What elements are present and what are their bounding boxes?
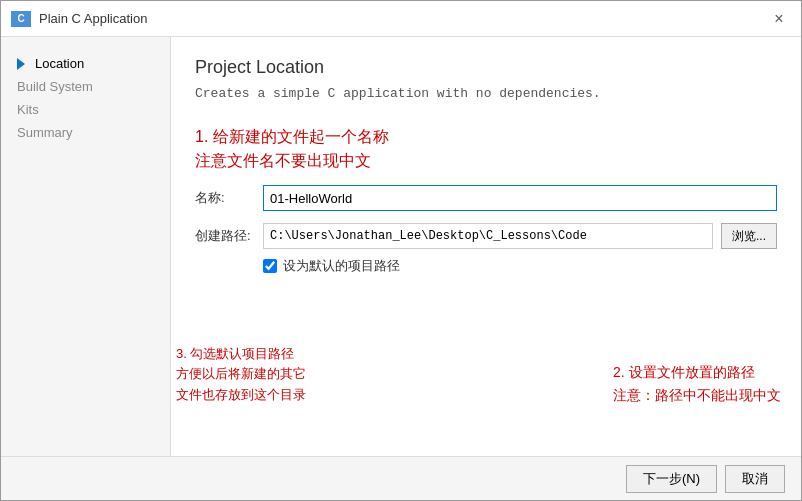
- content-area: Location Build System Kits Summary Proje…: [1, 37, 801, 456]
- annotation-top-line1: 1. 给新建的文件起一个名称: [195, 125, 777, 149]
- checkbox-row: 设为默认的项目路径: [263, 257, 777, 275]
- path-label: 创建路径:: [195, 227, 255, 245]
- annotation-left: 3. 勾选默认项目路径 方便以后将新建的其它 文件也存放到这个目录: [176, 344, 306, 406]
- sidebar-item-build-system-label: Build System: [17, 79, 93, 94]
- annotation-left-line3: 文件也存放到这个目录: [176, 385, 306, 406]
- section-desc: Creates a simple C application with no d…: [195, 86, 777, 101]
- dialog-title: Plain C Application: [39, 11, 147, 26]
- next-button[interactable]: 下一步(N): [626, 465, 717, 493]
- name-label: 名称:: [195, 189, 255, 207]
- annotation-top-line2: 注意文件名不要出现中文: [195, 149, 777, 173]
- name-row: 名称:: [195, 185, 777, 211]
- app-icon: C: [11, 11, 31, 27]
- footer: 下一步(N) 取消: [1, 456, 801, 500]
- sidebar: Location Build System Kits Summary: [1, 37, 171, 456]
- path-row: 创建路径: 浏览...: [195, 223, 777, 249]
- annotation-top: 1. 给新建的文件起一个名称 注意文件名不要出现中文: [195, 125, 777, 173]
- sidebar-item-summary-label: Summary: [17, 125, 73, 140]
- arrow-icon: [17, 58, 25, 70]
- title-bar: C Plain C Application ×: [1, 1, 801, 37]
- main-content: Project Location Creates a simple C appl…: [171, 37, 801, 456]
- cancel-button[interactable]: 取消: [725, 465, 785, 493]
- annotation-right: 2. 设置文件放置的路径 注意：路径中不能出现中文: [613, 361, 781, 406]
- close-button[interactable]: ×: [767, 7, 791, 31]
- section-title: Project Location: [195, 57, 777, 78]
- sidebar-item-summary[interactable]: Summary: [1, 121, 170, 144]
- sidebar-item-location[interactable]: Location: [1, 52, 170, 75]
- checkbox-label[interactable]: 设为默认的项目路径: [283, 257, 400, 275]
- path-input[interactable]: [263, 223, 713, 249]
- annotation-left-line2: 方便以后将新建的其它: [176, 364, 306, 385]
- annotation-left-line1: 3. 勾选默认项目路径: [176, 344, 306, 365]
- browse-button[interactable]: 浏览...: [721, 223, 777, 249]
- sidebar-item-build-system[interactable]: Build System: [1, 75, 170, 98]
- sidebar-item-kits[interactable]: Kits: [1, 98, 170, 121]
- default-path-checkbox[interactable]: [263, 259, 277, 273]
- title-bar-left: C Plain C Application: [11, 11, 147, 27]
- name-input[interactable]: [263, 185, 777, 211]
- sidebar-item-location-label: Location: [35, 56, 84, 71]
- annotation-right-line2: 注意：路径中不能出现中文: [613, 384, 781, 406]
- dialog: C Plain C Application × Location Build S…: [0, 0, 802, 501]
- annotation-right-line1: 2. 设置文件放置的路径: [613, 361, 781, 383]
- sidebar-item-kits-label: Kits: [17, 102, 39, 117]
